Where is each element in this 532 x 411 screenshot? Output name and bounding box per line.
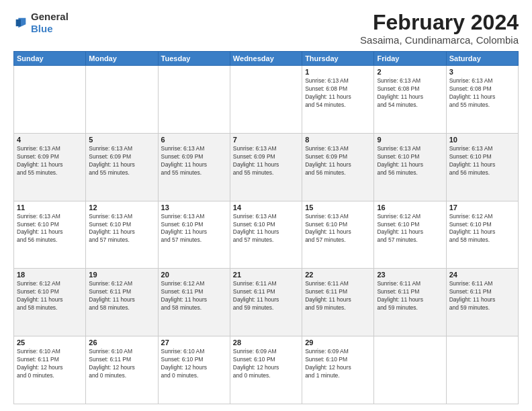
calendar-week-row: 18Sunrise: 6:12 AM Sunset: 6:10 PM Dayli… — [14, 269, 519, 336]
day-number: 6 — [161, 136, 227, 144]
calendar-week-row: 11Sunrise: 6:13 AM Sunset: 6:10 PM Dayli… — [14, 201, 519, 269]
day-info: Sunrise: 6:10 AM Sunset: 6:10 PM Dayligh… — [161, 348, 227, 380]
title-section: February 2024 Sasaima, Cundinamarca, Col… — [360, 11, 519, 46]
calendar-cell: 26Sunrise: 6:10 AM Sunset: 6:11 PM Dayli… — [86, 336, 158, 404]
calendar-cell: 25Sunrise: 6:10 AM Sunset: 6:11 PM Dayli… — [14, 336, 86, 404]
calendar-cell: 13Sunrise: 6:13 AM Sunset: 6:10 PM Dayli… — [158, 201, 230, 269]
calendar-cell: 14Sunrise: 6:13 AM Sunset: 6:10 PM Dayli… — [230, 201, 302, 269]
day-info: Sunrise: 6:12 AM Sunset: 6:11 PM Dayligh… — [89, 280, 154, 312]
day-info: Sunrise: 6:13 AM Sunset: 6:10 PM Dayligh… — [161, 213, 227, 245]
header-row: SundayMondayTuesdayWednesdayThursdayFrid… — [14, 52, 519, 66]
day-number: 22 — [305, 271, 371, 279]
calendar-cell: 10Sunrise: 6:13 AM Sunset: 6:10 PM Dayli… — [446, 133, 518, 201]
day-number: 24 — [449, 271, 515, 279]
day-number: 4 — [17, 136, 83, 144]
day-number: 23 — [377, 271, 443, 279]
calendar-cell: 20Sunrise: 6:12 AM Sunset: 6:11 PM Dayli… — [158, 269, 230, 336]
day-info: Sunrise: 6:11 AM Sunset: 6:11 PM Dayligh… — [449, 280, 515, 312]
month-title: February 2024 — [360, 11, 519, 34]
svg-marker-1 — [16, 19, 21, 26]
logo-general: General — [31, 11, 69, 22]
day-number: 20 — [161, 271, 227, 279]
calendar-cell: 7Sunrise: 6:13 AM Sunset: 6:09 PM Daylig… — [230, 133, 302, 201]
day-info: Sunrise: 6:10 AM Sunset: 6:11 PM Dayligh… — [89, 348, 154, 380]
calendar-cell: 19Sunrise: 6:12 AM Sunset: 6:11 PM Dayli… — [86, 269, 158, 336]
day-info: Sunrise: 6:12 AM Sunset: 6:10 PM Dayligh… — [17, 280, 83, 312]
day-info: Sunrise: 6:13 AM Sunset: 6:09 PM Dayligh… — [233, 145, 299, 177]
calendar-cell: 5Sunrise: 6:13 AM Sunset: 6:09 PM Daylig… — [86, 133, 158, 201]
day-info: Sunrise: 6:11 AM Sunset: 6:11 PM Dayligh… — [377, 280, 443, 312]
calendar-cell: 4Sunrise: 6:13 AM Sunset: 6:09 PM Daylig… — [14, 133, 86, 201]
calendar-cell: 6Sunrise: 6:13 AM Sunset: 6:09 PM Daylig… — [158, 133, 230, 201]
weekday-header: Thursday — [302, 52, 374, 66]
calendar-cell: 28Sunrise: 6:09 AM Sunset: 6:10 PM Dayli… — [230, 336, 302, 404]
day-number: 18 — [17, 271, 83, 279]
day-info: Sunrise: 6:12 AM Sunset: 6:10 PM Dayligh… — [449, 213, 515, 245]
weekday-header: Monday — [86, 52, 158, 66]
weekday-header: Wednesday — [230, 52, 302, 66]
day-number: 28 — [233, 338, 299, 347]
day-number: 11 — [17, 203, 83, 212]
day-info: Sunrise: 6:13 AM Sunset: 6:10 PM Dayligh… — [17, 213, 83, 245]
day-number: 2 — [377, 68, 443, 76]
day-number: 17 — [449, 203, 515, 212]
calendar-week-row: 1Sunrise: 6:13 AM Sunset: 6:08 PM Daylig… — [14, 66, 519, 134]
calendar-cell — [86, 66, 158, 134]
calendar-cell: 23Sunrise: 6:11 AM Sunset: 6:11 PM Dayli… — [374, 269, 446, 336]
weekday-header: Saturday — [446, 52, 518, 66]
calendar-week-row: 25Sunrise: 6:10 AM Sunset: 6:11 PM Dayli… — [14, 336, 519, 404]
calendar-cell: 9Sunrise: 6:13 AM Sunset: 6:10 PM Daylig… — [374, 133, 446, 201]
day-info: Sunrise: 6:13 AM Sunset: 6:10 PM Dayligh… — [305, 213, 371, 245]
day-info: Sunrise: 6:12 AM Sunset: 6:10 PM Dayligh… — [377, 213, 443, 245]
logo-blue: Blue — [31, 23, 53, 34]
location-title: Sasaima, Cundinamarca, Colombia — [360, 34, 519, 46]
day-info: Sunrise: 6:09 AM Sunset: 6:10 PM Dayligh… — [233, 348, 299, 380]
calendar-cell: 2Sunrise: 6:13 AM Sunset: 6:08 PM Daylig… — [374, 66, 446, 134]
calendar-cell: 24Sunrise: 6:11 AM Sunset: 6:11 PM Dayli… — [446, 269, 518, 336]
day-number: 5 — [89, 136, 154, 144]
day-number: 3 — [449, 68, 515, 76]
day-number: 8 — [305, 136, 371, 144]
day-number: 1 — [305, 68, 371, 76]
day-info: Sunrise: 6:13 AM Sunset: 6:09 PM Dayligh… — [17, 145, 83, 177]
day-number: 15 — [305, 203, 371, 212]
calendar-cell: 12Sunrise: 6:13 AM Sunset: 6:10 PM Dayli… — [86, 201, 158, 269]
calendar-cell: 21Sunrise: 6:11 AM Sunset: 6:11 PM Dayli… — [230, 269, 302, 336]
day-info: Sunrise: 6:13 AM Sunset: 6:10 PM Dayligh… — [233, 213, 299, 245]
day-info: Sunrise: 6:13 AM Sunset: 6:08 PM Dayligh… — [305, 77, 371, 109]
calendar-cell: 16Sunrise: 6:12 AM Sunset: 6:10 PM Dayli… — [374, 201, 446, 269]
day-number: 19 — [89, 271, 154, 279]
logo: General Blue — [13, 11, 69, 35]
day-info: Sunrise: 6:13 AM Sunset: 6:10 PM Dayligh… — [449, 145, 515, 177]
logo-text: General Blue — [31, 11, 69, 35]
day-info: Sunrise: 6:11 AM Sunset: 6:11 PM Dayligh… — [233, 280, 299, 312]
calendar-cell: 18Sunrise: 6:12 AM Sunset: 6:10 PM Dayli… — [14, 269, 86, 336]
day-info: Sunrise: 6:09 AM Sunset: 6:10 PM Dayligh… — [305, 348, 371, 380]
day-info: Sunrise: 6:13 AM Sunset: 6:09 PM Dayligh… — [161, 145, 227, 177]
weekday-header: Tuesday — [158, 52, 230, 66]
day-number: 14 — [233, 203, 299, 212]
calendar-cell: 3Sunrise: 6:13 AM Sunset: 6:08 PM Daylig… — [446, 66, 518, 134]
page: General Blue February 2024 Sasaima, Cund… — [0, 0, 532, 411]
calendar-cell: 8Sunrise: 6:13 AM Sunset: 6:09 PM Daylig… — [302, 133, 374, 201]
calendar-cell: 29Sunrise: 6:09 AM Sunset: 6:10 PM Dayli… — [302, 336, 374, 404]
calendar-cell: 15Sunrise: 6:13 AM Sunset: 6:10 PM Dayli… — [302, 201, 374, 269]
day-number: 16 — [377, 203, 443, 212]
day-number: 25 — [17, 338, 83, 347]
calendar-cell — [14, 66, 86, 134]
day-number: 27 — [161, 338, 227, 347]
calendar-table: SundayMondayTuesdayWednesdayThursdayFrid… — [13, 51, 519, 404]
day-number: 7 — [233, 136, 299, 144]
calendar-cell: 11Sunrise: 6:13 AM Sunset: 6:10 PM Dayli… — [14, 201, 86, 269]
day-info: Sunrise: 6:13 AM Sunset: 6:09 PM Dayligh… — [305, 145, 371, 177]
calendar-week-row: 4Sunrise: 6:13 AM Sunset: 6:09 PM Daylig… — [14, 133, 519, 201]
day-number: 21 — [233, 271, 299, 279]
day-number: 12 — [89, 203, 154, 212]
calendar-cell — [230, 66, 302, 134]
calendar-cell — [374, 336, 446, 404]
calendar-cell — [158, 66, 230, 134]
day-info: Sunrise: 6:13 AM Sunset: 6:09 PM Dayligh… — [89, 145, 154, 177]
day-info: Sunrise: 6:13 AM Sunset: 6:10 PM Dayligh… — [377, 145, 443, 177]
day-info: Sunrise: 6:11 AM Sunset: 6:11 PM Dayligh… — [305, 280, 371, 312]
day-info: Sunrise: 6:13 AM Sunset: 6:08 PM Dayligh… — [449, 77, 515, 109]
